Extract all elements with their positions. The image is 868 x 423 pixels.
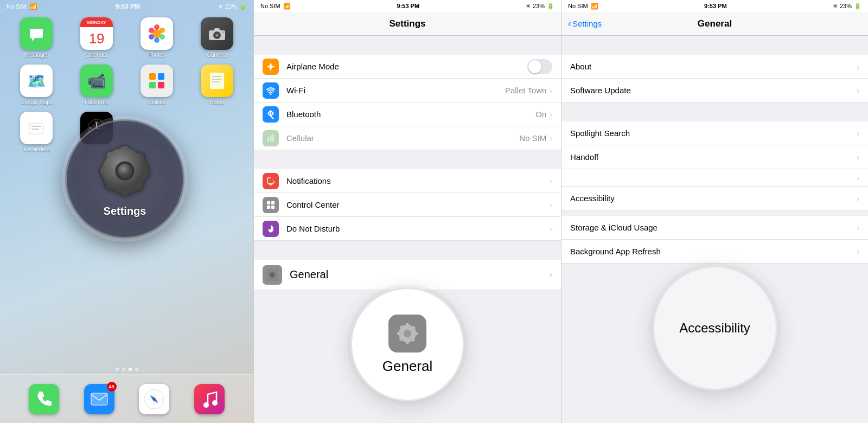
battery-pct: 23% bbox=[225, 3, 237, 10]
svg-rect-18 bbox=[149, 82, 156, 88]
handoff-label: Handoff bbox=[570, 152, 857, 162]
svg-point-49 bbox=[270, 93, 272, 95]
sb2-battery-icon: 🔋 bbox=[547, 3, 554, 10]
dock-music[interactable] bbox=[194, 384, 225, 414]
airplane-icon bbox=[263, 59, 279, 75]
general-gap-3 bbox=[561, 210, 868, 216]
general-nav-title: General bbox=[698, 18, 732, 29]
carrier-label: No SIM bbox=[7, 3, 27, 10]
control-center-label: Control Center bbox=[286, 200, 550, 209]
dot-1 bbox=[116, 368, 119, 371]
row-airplane[interactable]: Airplane Mode bbox=[254, 55, 561, 79]
app-utilities[interactable]: Utilities bbox=[129, 65, 185, 105]
sb3-battery-icon: 🔋 bbox=[854, 3, 861, 10]
software-update-label: Software Update bbox=[570, 86, 857, 95]
back-button[interactable]: ‹ Settings bbox=[568, 18, 602, 29]
row-bg-refresh[interactable]: Background App Refresh › bbox=[561, 240, 868, 264]
status-bar-general: No SIM 📶 9:53 PM ✳ 23% 🔋 bbox=[561, 0, 868, 12]
row-spotlight[interactable]: Spotlight Search › bbox=[561, 121, 868, 145]
settings-navbar: Settings bbox=[254, 12, 561, 36]
app-calendar[interactable]: MONDAY 19 Calendar bbox=[69, 17, 125, 58]
storage-chevron: › bbox=[857, 223, 859, 232]
svg-point-8 bbox=[149, 34, 154, 40]
section-gap-3 bbox=[254, 241, 561, 260]
sb3-battery: 23% bbox=[840, 3, 852, 9]
sb2-right: ✳ 23% 🔋 bbox=[526, 3, 554, 10]
status-bar-settings: No SIM 📶 9:53 PM ✳ 23% 🔋 bbox=[254, 0, 561, 12]
facetime-label: FaceTime bbox=[85, 99, 108, 105]
sb2-bt-icon: ✳ bbox=[526, 3, 531, 10]
dock-phone[interactable] bbox=[29, 384, 59, 414]
settings-spotlight-label: Settings bbox=[104, 205, 146, 217]
row-accessibility-behind[interactable]: Accessibility › bbox=[561, 187, 868, 210]
app-googlemaps[interactable]: 🗺️ Google Maps bbox=[9, 65, 65, 105]
calendar-label: Calendar bbox=[86, 52, 108, 58]
settings-spotlight[interactable]: Settings bbox=[65, 119, 184, 239]
control-center-chevron: › bbox=[550, 201, 552, 209]
svg-rect-57 bbox=[271, 201, 275, 204]
section-gap-1 bbox=[254, 36, 561, 55]
row-wifi[interactable]: Wi-Fi Pallet Town › bbox=[254, 79, 561, 102]
svg-rect-50 bbox=[267, 137, 269, 142]
svg-rect-38 bbox=[91, 393, 107, 405]
app-messages[interactable]: Messages bbox=[9, 17, 65, 58]
app-camera[interactable]: Camera bbox=[189, 17, 245, 58]
row-bluetooth[interactable]: Bluetooth On › bbox=[254, 102, 561, 126]
row-general[interactable]: General › bbox=[254, 260, 561, 290]
dock-safari[interactable] bbox=[139, 384, 169, 414]
page-dots bbox=[0, 368, 253, 371]
dock-mail[interactable]: 45 bbox=[84, 384, 114, 414]
row-notifications[interactable]: ! Notifications › bbox=[254, 169, 561, 193]
row-software-update[interactable]: Software Update › bbox=[561, 79, 868, 102]
svg-point-46 bbox=[153, 398, 155, 400]
calendar-icon: MONDAY 19 bbox=[80, 17, 113, 50]
reminders-label: Reminders bbox=[23, 146, 49, 152]
row-about[interactable]: About › bbox=[561, 55, 868, 79]
row-partial[interactable]: › bbox=[561, 169, 868, 187]
wifi-value: Pallet Town bbox=[505, 86, 546, 95]
svg-rect-1 bbox=[30, 29, 43, 38]
app-facetime[interactable]: 📹 FaceTime bbox=[69, 65, 125, 105]
row-cellular[interactable]: Cellular No SIM › bbox=[254, 126, 561, 150]
general-spotlight-text: General bbox=[382, 358, 433, 375]
status-bar-left: No SIM 📶 bbox=[7, 3, 37, 10]
svg-rect-17 bbox=[158, 73, 164, 80]
general-chevron: › bbox=[549, 269, 552, 280]
app-photos[interactable]: Photos bbox=[129, 17, 185, 58]
cellular-label: Cellular bbox=[286, 133, 519, 143]
svg-point-7 bbox=[154, 37, 159, 43]
dnd-chevron: › bbox=[550, 225, 552, 233]
airplane-toggle[interactable] bbox=[527, 59, 552, 74]
dnd-icon bbox=[263, 221, 279, 237]
storage-label: Storage & iCloud Usage bbox=[570, 223, 857, 232]
svg-point-37 bbox=[118, 163, 132, 177]
row-dnd[interactable]: Do Not Disturb › bbox=[254, 217, 561, 241]
sb2-battery: 23% bbox=[533, 3, 545, 9]
svg-rect-19 bbox=[158, 82, 164, 88]
dot-4 bbox=[135, 368, 138, 371]
settings-nav-title: Settings bbox=[389, 18, 425, 29]
about-label: About bbox=[570, 62, 857, 71]
general-navbar: ‹ Settings General bbox=[561, 12, 868, 36]
app-notes[interactable]: Notes bbox=[189, 65, 245, 105]
row-handoff[interactable]: Handoff › bbox=[561, 145, 868, 169]
messages-icon bbox=[20, 17, 53, 50]
googlemaps-icon: 🗺️ bbox=[20, 65, 53, 97]
bluetooth-icon: ✳ bbox=[218, 3, 223, 10]
bg-refresh-label: Background App Refresh bbox=[570, 247, 857, 256]
spotlight-label: Spotlight Search bbox=[570, 129, 857, 138]
svg-rect-20 bbox=[210, 73, 224, 89]
control-center-icon bbox=[263, 197, 279, 213]
back-chevron-icon: ‹ bbox=[568, 18, 571, 29]
about-chevron: › bbox=[857, 62, 859, 71]
row-storage[interactable]: Storage & iCloud Usage › bbox=[561, 216, 868, 240]
svg-point-60 bbox=[270, 272, 275, 278]
back-label: Settings bbox=[572, 19, 602, 28]
sb3-left: No SIM 📶 bbox=[568, 3, 598, 10]
app-reminders[interactable]: Reminders bbox=[9, 112, 65, 152]
spotlight-chevron: › bbox=[857, 129, 859, 138]
row-control-center[interactable]: Control Center › bbox=[254, 193, 561, 217]
svg-rect-22 bbox=[212, 79, 222, 80]
accessibility-spotlight: Accessibility bbox=[653, 266, 777, 390]
status-bar-home: No SIM 📶 9:53 PM ✳ 23% 🔋 bbox=[0, 0, 253, 13]
